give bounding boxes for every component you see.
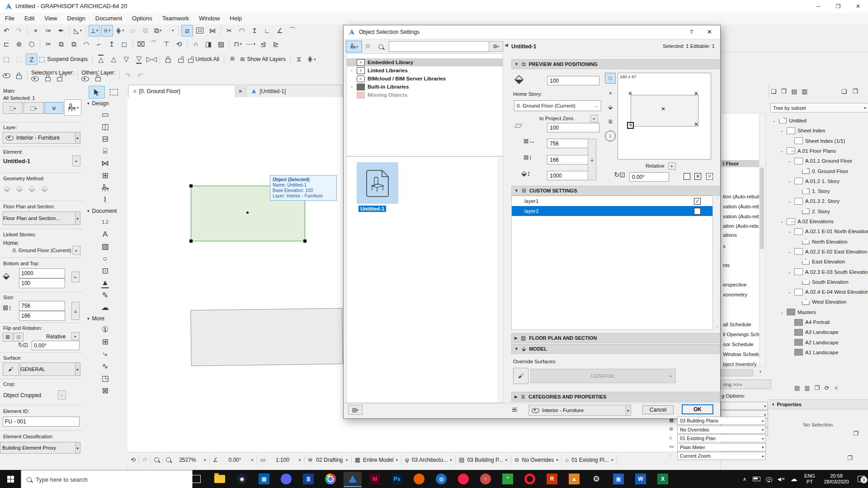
- calculator-icon[interactable]: ▦: [255, 472, 273, 486]
- r-app-icon[interactable]: R: [543, 472, 561, 486]
- rotation-relative-button[interactable]: ▸: [668, 162, 676, 170]
- subtract-icon[interactable]: ◨: [203, 38, 214, 50]
- flip-dashed-icon[interactable]: ⊠: [14, 333, 24, 342]
- indesign-icon[interactable]: Id: [366, 472, 384, 486]
- flip-icon[interactable]: ⊠: [3, 333, 13, 342]
- rotate-icon[interactable]: ⊛: [13, 38, 25, 50]
- selection-layer-show-icon[interactable]: [31, 76, 39, 81]
- floor-plan-section-button[interactable]: Floor Plan and Section...▸: [3, 211, 80, 225]
- layer-settings-icon[interactable]: ≝: [226, 53, 238, 65]
- navigator-item-fragment[interactable]: ations: [723, 232, 737, 238]
- preview-2d-icon[interactable]: □: [605, 73, 616, 84]
- preview-front-icon[interactable]: ⌅: [605, 87, 616, 98]
- library-tree-item[interactable]: ≡BIMcloud / BIM Server Libraries: [347, 75, 503, 83]
- ok-button[interactable]: OK: [682, 404, 713, 414]
- send-back-icon[interactable]: ⊴: [257, 38, 269, 50]
- preview-movie-icon[interactable]: ≣: [605, 116, 616, 127]
- drag-icon[interactable]: ⊏: [0, 38, 12, 50]
- model-section[interactable]: ▼⬙MODEL: [511, 344, 720, 354]
- opera-icon[interactable]: [521, 472, 539, 486]
- more-bar-button[interactable]: ring >>>: [721, 380, 771, 389]
- resize-icon[interactable]: ⌧: [135, 38, 147, 50]
- home-story-more-button[interactable]: ▸: [72, 246, 80, 255]
- preview-info-icon[interactable]: i: [605, 131, 616, 141]
- navigator-tree-item[interactable]: ⌄A.02.4 E-04 West Elevation: [769, 287, 868, 297]
- layout-settings-icon[interactable]: ❐: [853, 430, 859, 437]
- volume-muted-icon[interactable]: ◀✕: [776, 470, 787, 488]
- delete-icon[interactable]: ✕: [834, 385, 839, 391]
- rebuild-icon[interactable]: ⟲: [173, 38, 185, 50]
- arrow-cursor-icon[interactable]: [89, 86, 105, 99]
- scroll-down-icon[interactable]: ⌄: [752, 359, 756, 364]
- navigator-item-fragment[interactable]: vation (Auto-rebu: [723, 214, 763, 219]
- layer-combo[interactable]: Interior - Furniture▸: [3, 132, 80, 144]
- start-button[interactable]: [0, 470, 21, 488]
- current-tool-chair-button[interactable]: ▾: [64, 99, 81, 116]
- navigator-item-fragment[interactable]: Window Schedule: [723, 352, 764, 357]
- to-project-zero-button[interactable]: ▸: [590, 115, 598, 122]
- object-tool-icon[interactable]: [92, 182, 119, 194]
- zoom-to-selection-icon[interactable]: ⌖: [30, 25, 42, 37]
- expand-icon[interactable]: ›: [760, 368, 761, 375]
- close-button[interactable]: ✕: [848, 0, 868, 13]
- selection-layer-lock-icon[interactable]: [45, 77, 51, 81]
- quick-option-combo-1[interactable]: ▸: [721, 402, 768, 410]
- navigator-tree-item[interactable]: 0. Ground Floor: [769, 166, 868, 176]
- circle-tool-icon[interactable]: ○: [92, 253, 119, 265]
- media-icon[interactable]: ▲: [565, 472, 583, 486]
- navigator-tree-item[interactable]: Sheet Index (1/1): [769, 136, 868, 146]
- adjust-icon[interactable]: ◠: [236, 25, 248, 37]
- element-more-button[interactable]: ▸: [72, 155, 80, 166]
- partial-button[interactable]: [721, 369, 753, 376]
- order-icon[interactable]: ▷◁: [146, 53, 157, 65]
- quick-option-plain-meter[interactable]: Plain Meter▸: [677, 443, 766, 451]
- unlock-icon[interactable]: [175, 53, 187, 65]
- navigator-item-fragment[interactable]: l Floor: [721, 160, 763, 167]
- others-layer-lock-icon[interactable]: [95, 77, 101, 81]
- trim-icon[interactable]: ⌐: [93, 38, 105, 50]
- navigator-item-fragment[interactable]: oor Schedule: [723, 342, 754, 347]
- preview-positioning-section[interactable]: ▼⧉PREVIEW AND POSITIONING: [511, 59, 720, 69]
- patch-tool-icon[interactable]: ☁: [92, 301, 119, 314]
- dialog-titlebar[interactable]: Object Selection Settings ? ✕: [344, 25, 720, 39]
- pick-up-parameters-icon[interactable]: ✑: [42, 25, 54, 37]
- angle-icon[interactable]: ∠: [274, 25, 286, 37]
- unlock-all-button[interactable]: Unlock All: [188, 53, 222, 65]
- menu-view[interactable]: View: [39, 13, 62, 24]
- bring-to-front-icon[interactable]: △: [95, 53, 107, 65]
- notes-icon[interactable]: ≣: [299, 472, 317, 486]
- dimension-tool-icon[interactable]: 1.2: [92, 216, 119, 228]
- navigator-tree-item[interactable]: ⌄A.01.1 Ground Floor: [769, 156, 868, 166]
- others-layer-show-icon[interactable]: [81, 76, 89, 81]
- navigator-tree-item[interactable]: ⌄A.02 Elevations: [769, 216, 868, 226]
- battery-icon[interactable]: [751, 470, 761, 488]
- drawing-tool-icon[interactable]: ⊡: [92, 265, 119, 277]
- navigator-tree-item[interactable]: East Elevation: [769, 257, 868, 267]
- navigator-tree-item[interactable]: South Elevation: [769, 277, 868, 287]
- layer-redo-icon[interactable]: ↷: [122, 70, 133, 81]
- status-orientation[interactable]: ∠0.00°▸: [210, 455, 257, 465]
- marquee-select-icon[interactable]: ⬚: [0, 53, 12, 65]
- archicad-icon[interactable]: [344, 472, 362, 487]
- status-scale[interactable]: ▭1:100▸: [257, 455, 305, 465]
- floor-plan-section-section[interactable]: ▶▨FLOOR PLAN AND SECTION: [511, 333, 720, 343]
- height-input[interactable]: [547, 155, 589, 164]
- figure-tool-icon[interactable]: ⊞: [92, 336, 119, 348]
- minimize-button[interactable]: ─: [808, 0, 828, 13]
- navigator-item-fragment[interactable]: vation (Auto-rebu: [723, 204, 763, 209]
- sel-elements-icon[interactable]: ⧖: [293, 53, 305, 65]
- bring-front-icon[interactable]: ⊵: [270, 38, 282, 50]
- status-zoom-undo-icon[interactable]: ⟲: [127, 455, 139, 465]
- navigator-tree-item[interactable]: ⌄A.02.3 E-03 South Elevation: [769, 267, 868, 277]
- background-object[interactable]: [190, 308, 343, 366]
- top-elevation-input[interactable]: [19, 268, 65, 278]
- elevate-icon[interactable]: ↥: [249, 25, 260, 37]
- arrow-tool-button[interactable]: ⬚▸: [3, 102, 23, 114]
- image-tool-icon[interactable]: ◳: [92, 372, 119, 385]
- bottom-elevation-input[interactable]: [19, 278, 65, 288]
- menu-file[interactable]: File: [0, 13, 19, 24]
- new-layout-icon[interactable]: ▤: [794, 385, 800, 391]
- selection-layer-unlock-icon[interactable]: [57, 77, 62, 81]
- excel-icon[interactable]: X: [654, 472, 672, 486]
- send-backward-icon[interactable]: ▽: [120, 53, 132, 65]
